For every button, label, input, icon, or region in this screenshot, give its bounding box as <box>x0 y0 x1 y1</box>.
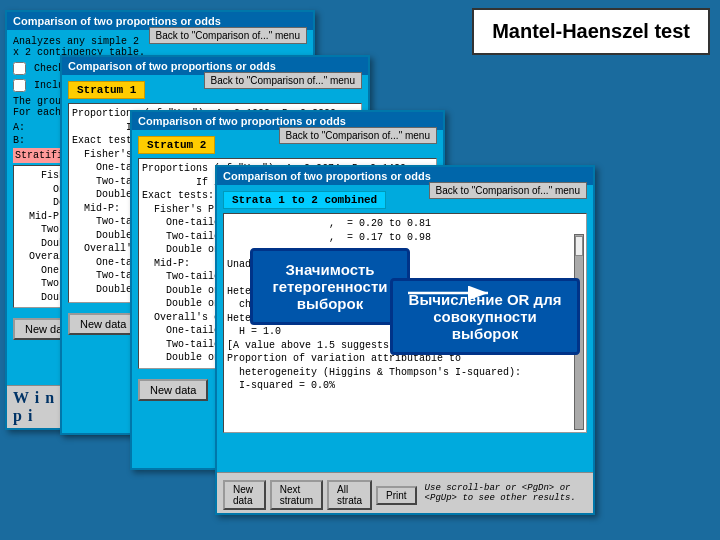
win4-strata-label: Strata 1 to 2 combined <box>223 191 386 209</box>
win1-checkbox2[interactable] <box>13 79 26 92</box>
win2-title-bar: Comparison of two proportions or odds Ba… <box>62 57 368 75</box>
win4-title: Comparison of two proportions or odds <box>223 170 431 182</box>
win4-back-button[interactable]: Back to "Comparison of..." menu <box>429 182 587 199</box>
win4-new-data-button[interactable]: New data <box>223 480 266 510</box>
win2-back-button[interactable]: Back to "Comparison of..." menu <box>204 72 362 89</box>
win4-status: Use scroll-bar or <PgDn> or <PgUp> to se… <box>425 483 587 503</box>
win4-print-button[interactable]: Print <box>376 486 417 505</box>
win1-back-button[interactable]: Back to "Comparison of..." menu <box>149 27 307 44</box>
main-title: Mantel-Haenszel test <box>472 8 710 55</box>
tooltip-left-text: Значимость гетерогенности выборок <box>273 261 388 312</box>
win3-title: Comparison of two proportions or odds <box>138 115 346 127</box>
win1-title-bar: Comparison of two proportions or odds Ba… <box>7 12 313 30</box>
win4-scroll-thumb <box>575 236 583 256</box>
win2-stratum: Stratum 1 <box>68 81 145 99</box>
win2-title: Comparison of two proportions or odds <box>68 60 276 72</box>
win4-next-stratum-button[interactable]: Next stratum <box>270 480 323 510</box>
tooltip-heterogeneity: Значимость гетерогенности выборок <box>250 248 410 325</box>
win4-title-bar: Comparison of two proportions or odds Ba… <box>217 167 593 185</box>
tooltip-arrow <box>408 278 498 308</box>
win3-stratum: Stratum 2 <box>138 136 215 154</box>
win3-title-bar: Comparison of two proportions or odds Ba… <box>132 112 443 130</box>
win4-all-strata-button[interactable]: All strata <box>327 480 372 510</box>
win1-title: Comparison of two proportions or odds <box>13 15 221 27</box>
win4-bottom-bar: New data Next stratum All strata Print U… <box>217 472 593 513</box>
win3-back-button[interactable]: Back to "Comparison of..." menu <box>279 127 437 144</box>
win1-checkbox1[interactable] <box>13 62 26 75</box>
